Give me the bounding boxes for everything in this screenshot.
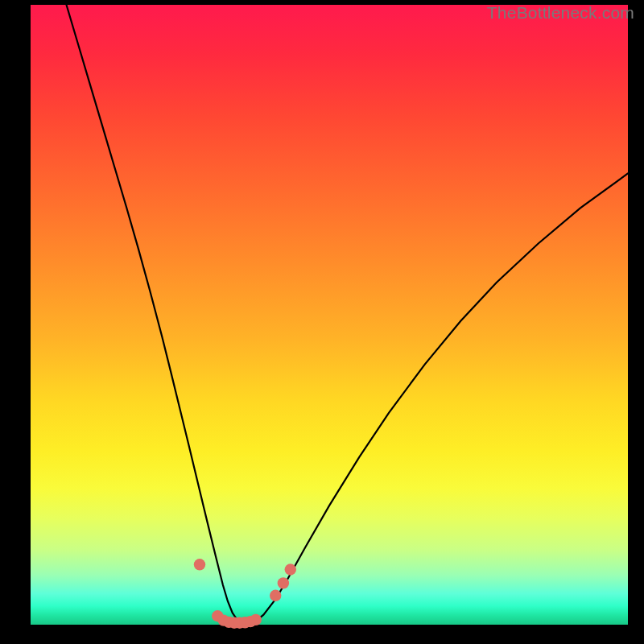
curve-markers [194,559,296,629]
bottleneck-curve [67,5,628,625]
curve-marker [278,577,289,588]
curve-marker [194,559,205,570]
curve-marker [270,590,281,601]
chart-frame: TheBottleneck.com [0,0,644,644]
chart-svg [0,0,644,644]
curve-marker [250,614,262,625]
curve-marker [285,564,296,575]
